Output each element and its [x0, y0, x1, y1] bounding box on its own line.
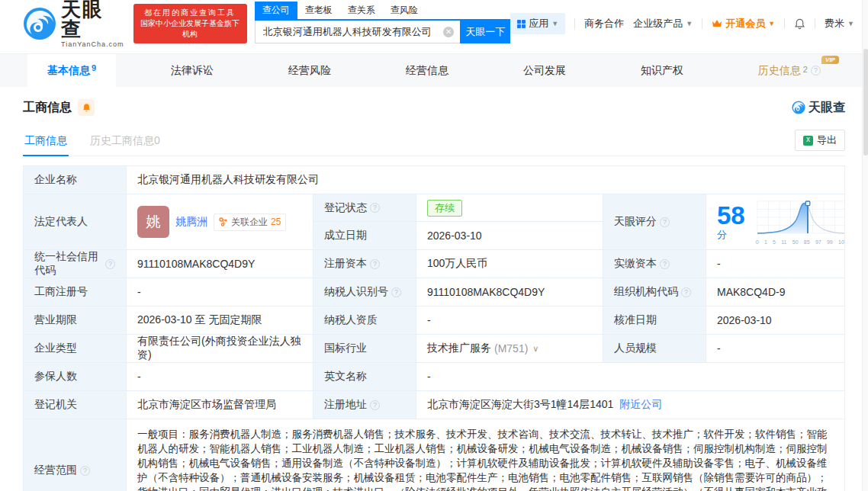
top-nav: 应用 ▼ 商务合作 企业级产品 ▼ 开通会员 ▼ 费米 ▼	[510, 13, 854, 34]
export-button[interactable]: 导出	[795, 130, 845, 151]
scrollbar[interactable]	[862, 0, 868, 491]
tab-label: 经营信息	[406, 64, 448, 78]
help-icon[interactable]: ?	[811, 66, 821, 75]
search-tab-boss[interactable]: 查老板	[297, 2, 340, 19]
related-label: 关联企业	[231, 216, 268, 229]
avatar[interactable]: 姚	[137, 206, 169, 238]
reg-number-value: -	[127, 278, 313, 306]
legal-rep-name-link[interactable]: 姚腾洲	[175, 215, 207, 229]
subtab-business-info[interactable]: 工商信息	[23, 134, 69, 156]
tab-basic-info[interactable]: 基本信息 9	[27, 54, 116, 87]
industry-value[interactable]: 技术推广服务 (M751) ∨	[416, 335, 603, 363]
nav-user[interactable]: 费米 ▼	[825, 17, 854, 30]
english-name-value: -	[416, 363, 844, 391]
help-icon[interactable]: ?	[660, 217, 670, 227]
nav-enterprise-label: 企业级产品	[633, 17, 683, 30]
tab-operation-info[interactable]: 经营信息	[386, 54, 468, 87]
taxpayer-qualification-label: 纳税人资质	[313, 306, 416, 335]
chevron-down-icon: ▼	[686, 20, 693, 27]
divider	[815, 18, 815, 29]
score-value[interactable]: 58分	[706, 194, 844, 250]
top-header: 天眼查 TianYanCha.com 都在用的商业查询工具 国家中小企业发展子基…	[0, 0, 868, 47]
business-scope-value: 一般项目：服务消费机器人制造；服务消费机器人销售；技术服务、技术开发、技术咨询、…	[127, 419, 844, 491]
reg-number-label: 工商注册号	[24, 278, 127, 306]
tianyancha-logo-icon	[23, 7, 56, 40]
help-icon[interactable]: ?	[660, 259, 670, 269]
subtabs: 工商信息 历史工商信息0 导出	[23, 130, 845, 156]
nearby-companies-link[interactable]: 附近公司	[619, 398, 662, 412]
company-name-value: 北京银河通用机器人科技研发有限公司	[127, 166, 844, 194]
bell-icon	[82, 103, 92, 113]
divider	[574, 18, 575, 29]
nav-business-cooperation[interactable]: 商务合作	[584, 17, 624, 30]
industry-code: (M751)	[494, 342, 528, 355]
tab-label: 经营风险	[288, 64, 331, 78]
main-content: 工商信息 天眼查 工商信息 历史工商信息0 导出 企业名称	[0, 99, 868, 491]
nav-open-vip[interactable]: 开通会员 ▼	[712, 17, 775, 30]
chart-x-ticks: 0151150859799100	[756, 239, 844, 245]
help-icon[interactable]: ?	[105, 259, 115, 269]
company-type-value: 有限责任公司(外商投资企业法人独资)	[127, 335, 313, 363]
tab-company-development[interactable]: 公司发展	[503, 54, 586, 87]
chart-tick: 5	[773, 239, 776, 245]
paid-capital-label: 实缴资本?	[603, 250, 706, 278]
help-icon[interactable]: ?	[681, 287, 691, 297]
brand-domain: TianYanCha.com	[61, 40, 124, 48]
tab-count-badge: 2	[803, 65, 808, 74]
tab-label: 法律诉讼	[171, 64, 214, 78]
slogan-line2: 国家中小企业发展子基金旗下机构	[140, 18, 241, 40]
help-icon[interactable]: ?	[80, 466, 90, 476]
score-number: 58	[717, 201, 745, 229]
chart-tick: 50	[792, 239, 799, 245]
business-scope-label: 经营范围?	[24, 419, 127, 491]
export-label: 导出	[817, 133, 837, 147]
help-icon[interactable]: ?	[370, 259, 380, 269]
taxpayer-id-label: 纳税人识别号?	[313, 278, 416, 306]
apps-grid-icon	[517, 20, 526, 28]
notification-bell-icon[interactable]	[794, 18, 805, 30]
related-companies-badge[interactable]: 关联企业 25	[214, 213, 286, 231]
chevron-down-icon[interactable]: ∨	[532, 344, 538, 354]
nav-apps-label: 应用	[529, 17, 548, 30]
score-label: 天眼评分?	[603, 194, 706, 250]
tab-intellectual-property[interactable]: 知识产权	[621, 54, 703, 87]
subscribe-bell-chip[interactable]	[78, 99, 95, 116]
search-tab-risk[interactable]: 查风险	[383, 2, 426, 19]
org-code-value: MAK8CQ4D-9	[706, 278, 844, 306]
search-input[interactable]	[255, 21, 461, 43]
est-date-label: 成立日期	[313, 222, 416, 250]
business-term-label: 营业期限	[24, 306, 127, 335]
excel-icon	[803, 136, 813, 146]
reg-capital-value: 100万人民币	[416, 250, 603, 278]
tab-legal-litigation[interactable]: 法律诉讼	[151, 54, 233, 87]
chart-tick: 85	[804, 239, 810, 245]
staff-size-label: 人员规模	[603, 335, 706, 363]
tab-label: 知识产权	[641, 64, 683, 78]
search-button[interactable]: 天眼一下	[460, 21, 510, 43]
nav-enterprise-products[interactable]: 企业级产品 ▼	[633, 17, 693, 30]
staff-size-value: -	[706, 335, 844, 363]
tab-operation-risk[interactable]: 经营风险	[268, 54, 351, 87]
subtab-history-business-info[interactable]: 历史工商信息0	[88, 134, 162, 156]
reg-address-label: 注册地址?	[313, 391, 416, 419]
tianyancha-logo[interactable]: 天眼查 TianYanCha.com	[23, 0, 124, 48]
nav-vip-label: 开通会员	[725, 17, 765, 30]
search-tab-company[interactable]: 查公司	[255, 2, 297, 19]
reg-authority-value: 北京市海淀区市场监督管理局	[127, 391, 313, 419]
chart-tick: 100	[838, 239, 844, 245]
credit-code-label: 统一社会信用代码?	[24, 250, 127, 278]
help-icon[interactable]: ?	[370, 203, 380, 213]
score-distribution-chart: 0151150859799100	[756, 200, 844, 245]
help-icon[interactable]: ?	[370, 400, 380, 410]
nav-apps[interactable]: 应用 ▼	[510, 13, 565, 34]
slogan-line1: 都在用的商业查询工具	[140, 8, 241, 18]
taxpayer-id-value: 91110108MAK8CQ4D9Y	[416, 278, 603, 306]
tab-history-info[interactable]: VIP 历史信息 2 ?	[738, 54, 841, 87]
scrollbar-thumb[interactable]	[863, 49, 868, 156]
company-tabbar: 基本信息 9 法律诉讼 经营风险 经营信息 公司发展 知识产权 VIP 历史信息…	[0, 53, 868, 87]
company-type-label: 企业类型	[24, 335, 127, 363]
help-icon[interactable]: ?	[391, 287, 401, 297]
search-tab-relation[interactable]: 查关系	[340, 2, 383, 19]
brand-name: 天眼查	[61, 0, 124, 39]
watermark-text: 天眼查	[809, 100, 845, 116]
